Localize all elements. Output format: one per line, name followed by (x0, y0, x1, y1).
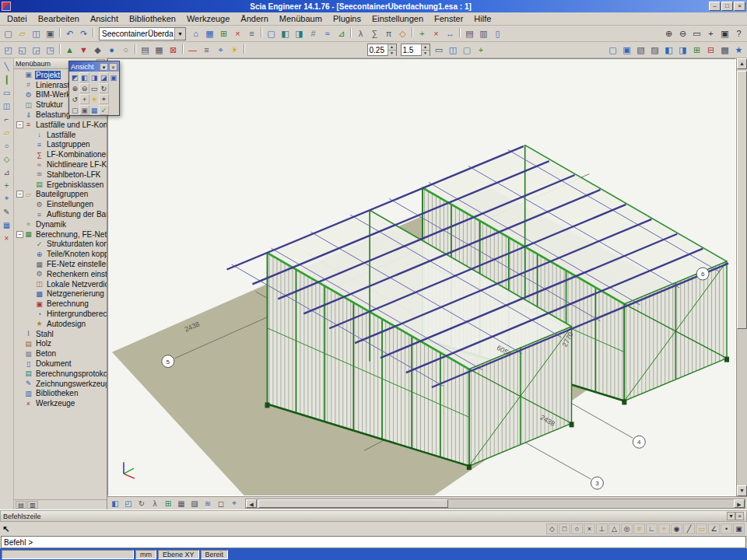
tree-expander-icon[interactable] (27, 151, 34, 158)
snap-line-icon[interactable]: ╱ (683, 523, 695, 534)
status-ready[interactable]: Bereit (201, 550, 229, 559)
tree-item-lf-kombinationen[interactable]: ∑ LF-Kombinationen (14, 149, 107, 159)
axes-icon[interactable]: + (475, 44, 488, 57)
plus-box-icon[interactable]: ⊞ (690, 44, 703, 57)
grid-toggle-icon[interactable]: ⊞ (162, 498, 174, 509)
combo-dropdown-icon[interactable]: ▼ (174, 28, 185, 40)
box-icon[interactable]: ▢ (461, 44, 474, 57)
tree-expander-icon[interactable] (16, 370, 23, 377)
redo-icon[interactable]: ↷ (77, 27, 90, 40)
cut-tool-icon[interactable]: × (1, 232, 13, 244)
view-side-icon[interactable]: ◲ (30, 44, 43, 57)
scroll-down-icon[interactable]: ▼ (737, 485, 747, 496)
horizontal-scrollbar[interactable]: ◀ ▶ (245, 499, 745, 509)
screen-icon[interactable]: ▣ (718, 27, 731, 40)
raster-icon[interactable]: # (307, 27, 320, 40)
palette-menu-icon[interactable]: ▾ (100, 63, 108, 71)
shade2-icon[interactable]: ▨ (648, 44, 661, 57)
add-member-icon[interactable]: ⊞ (217, 27, 230, 40)
separator[interactable] (135, 44, 136, 54)
tree-expander-icon[interactable] (16, 221, 23, 228)
horizontal-scroll-thumb[interactable] (258, 499, 448, 508)
menu-plugins[interactable]: Plugins (328, 13, 366, 24)
tree-expander-icon[interactable] (16, 91, 23, 98)
factor-spinner-buttons[interactable]: ▲▼ (421, 44, 430, 55)
panel-close-icon[interactable]: × (735, 512, 744, 520)
tree-expander-icon[interactable]: − (16, 231, 23, 238)
project-combo[interactable]: SeecontainerÜberda ▼ (99, 27, 186, 40)
tree-item-bauteilgruppen[interactable]: − ▱ Bauteilgruppen (14, 190, 107, 200)
menu-werkzeuge[interactable]: Werkzeuge (181, 13, 235, 24)
tree-expander-icon[interactable] (27, 290, 34, 297)
menu-bearbeiten[interactable]: Bearbeiten (33, 13, 85, 24)
node-icon[interactable]: ◇ (396, 27, 409, 40)
view-z-icon[interactable]: ◪ (99, 72, 108, 82)
tree-expander-icon[interactable]: − (16, 121, 23, 128)
view-top-icon[interactable]: ◰ (2, 44, 15, 57)
tree-expander-icon[interactable] (27, 320, 34, 327)
separator[interactable] (93, 27, 94, 38)
snap-dot-icon[interactable]: • (721, 523, 732, 534)
tree-item-autodesign[interactable]: ★ Autodesign (14, 319, 107, 329)
apply-view-icon[interactable]: ✓ (99, 105, 108, 115)
wireframe-icon[interactable]: ▲ (63, 44, 76, 57)
snap-perp-icon[interactable]: ⊥ (596, 523, 608, 534)
rotate-icon[interactable]: ↻ (135, 498, 148, 509)
tree-expander-icon[interactable] (16, 72, 23, 79)
tree-expander-icon[interactable] (27, 271, 34, 278)
tree-expander-icon[interactable] (27, 161, 34, 168)
select-box-icon[interactable]: ▢ (265, 27, 278, 40)
remove-icon[interactable]: × (430, 27, 443, 40)
tree-item-werkzeuge[interactable]: × Werkzeuge (14, 398, 107, 408)
tree-expander-icon[interactable] (16, 400, 23, 407)
tree-item-nichtlineare-lf-kombi[interactable]: ≈ Nichtlineare LF-Kombi (14, 159, 107, 170)
filled-icon[interactable]: ▩ (718, 44, 731, 57)
move-icon[interactable]: ↔ (444, 27, 457, 40)
delete-icon[interactable]: × (231, 27, 244, 40)
tree-item-ergebnisklassen[interactable]: ▤ Ergebnisklassen (14, 180, 107, 190)
target-icon[interactable]: ⌖ (228, 498, 240, 509)
target-icon[interactable]: ⌖ (214, 44, 227, 57)
tree-item-berechnung[interactable]: ▣ Berechnung (14, 299, 107, 309)
poly-tool-icon[interactable]: ◇ (1, 152, 13, 165)
tree-expander-icon[interactable] (27, 211, 34, 218)
snap-end-icon[interactable]: □ (559, 523, 570, 534)
beam-tool-icon[interactable]: ▭ (1, 86, 13, 99)
tree-item-bibliotheken[interactable]: ▥ Bibliotheken (14, 389, 107, 399)
half-right-icon[interactable]: ◨ (676, 44, 689, 57)
menu-datei[interactable]: Datei (2, 13, 33, 24)
separator[interactable] (261, 27, 262, 38)
spin-up-icon[interactable]: ▲ (388, 44, 396, 51)
nodes-icon[interactable]: ● (105, 44, 118, 57)
snap-near-icon[interactable]: + (658, 523, 670, 534)
points-icon[interactable]: ○ (119, 44, 132, 57)
snap-mid-icon[interactable]: ◇ (546, 523, 558, 534)
separator[interactable] (182, 44, 184, 54)
tree-item-dynamik[interactable]: ≈ Dynamik (14, 219, 107, 229)
snap-lock-icon[interactable]: ▣ (733, 523, 745, 534)
menu-ansicht[interactable]: Ansicht (85, 13, 124, 24)
undo-icon[interactable]: ↶ (63, 27, 76, 40)
snap-target-icon[interactable]: ⌖ (1, 192, 13, 205)
crossing-icon[interactable]: ⊠ (167, 44, 180, 57)
snap-box-icon[interactable]: ▭ (696, 523, 707, 534)
circle-tool-icon[interactable]: ○ (1, 139, 13, 152)
tree-tab-2[interactable]: ▥ (27, 501, 38, 509)
wave-icon[interactable]: ≋ (202, 498, 214, 509)
zoom-all-icon[interactable]: ▭ (690, 27, 703, 40)
snap-ortho-icon[interactable]: ∟ (646, 523, 658, 534)
tree-expander-icon[interactable] (16, 350, 23, 357)
close-button[interactable]: × (734, 2, 745, 11)
triangle-tool-icon[interactable]: ⊿ (1, 166, 13, 178)
document-icon[interactable]: ▯ (491, 27, 504, 40)
tree-expander-icon[interactable] (16, 380, 23, 387)
view-front-icon[interactable]: ◱ (16, 44, 29, 57)
light-icon[interactable]: ☀ (228, 44, 241, 57)
center-view-icon[interactable]: ⌖ (99, 94, 108, 104)
status-units[interactable]: mm (135, 550, 156, 559)
tree-item-zeichnungswerkzeuge[interactable]: ✎ Zeichnungswerkzeuge (14, 379, 107, 389)
zoom-window-icon[interactable]: ▭ (89, 83, 99, 93)
tree-item-lokale-netzverdichtung[interactable]: ◫ Lokale Netzverdichtur (14, 279, 107, 289)
window1-icon[interactable]: ▢ (606, 44, 619, 57)
minimize-button[interactable]: – (709, 2, 721, 11)
